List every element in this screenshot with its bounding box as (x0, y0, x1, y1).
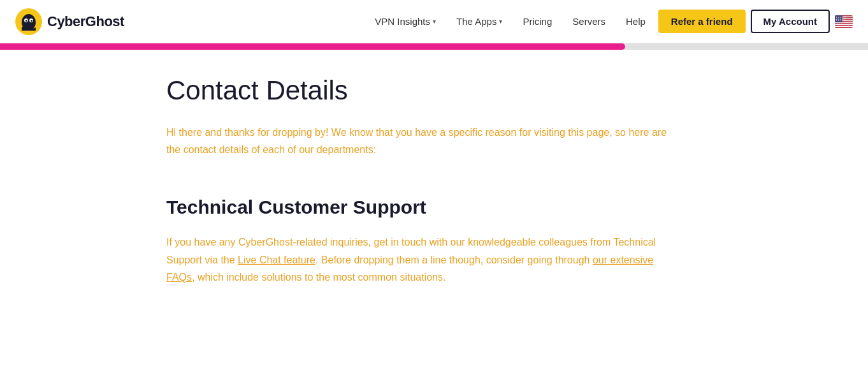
nav-item-vpn-insights[interactable]: VPN Insights ▾ (367, 11, 444, 32)
section-text-tech-support: If you have any CyberGhost-related inqui… (166, 233, 676, 286)
intro-text-highlight: Hi there and thanks for dropping by! We … (166, 127, 667, 155)
section-text-part2: . Before dropping them a line though, co… (315, 255, 593, 265)
chevron-down-icon: ▾ (433, 18, 436, 25)
svg-text:★★★★★★: ★★★★★★ (835, 19, 847, 22)
nav-item-the-apps[interactable]: The Apps ▾ (449, 11, 510, 32)
refer-friend-button[interactable]: Refer a friend (658, 10, 746, 33)
svg-rect-12 (835, 26, 853, 27)
progress-bar-fill (0, 43, 625, 50)
svg-rect-10 (835, 22, 853, 23)
language-flag-icon[interactable]: ★★★★★★ ★★★★★ ★★★★★★ (835, 15, 853, 28)
my-account-button[interactable]: My Account (751, 10, 830, 33)
navigation: VPN Insights ▾ The Apps ▾ Pricing Server… (367, 10, 853, 33)
section-text-part3: , which include solutions to the most co… (192, 272, 445, 283)
progress-bar-strip (0, 43, 868, 50)
nav-item-pricing[interactable]: Pricing (515, 11, 560, 32)
svg-point-4 (25, 20, 27, 22)
logo-icon (15, 8, 42, 35)
section-title-tech-support: Technical Customer Support (166, 196, 702, 218)
nav-item-help[interactable]: Help (618, 11, 653, 32)
svg-rect-11 (835, 24, 853, 25)
page-title: Contact Details (166, 75, 702, 106)
nav-item-servers[interactable]: Servers (565, 11, 613, 32)
main-content: Contact Details Hi there and thanks for … (147, 50, 721, 324)
header: CyberGhost VPN Insights ▾ The Apps ▾ Pri… (0, 0, 868, 43)
intro-paragraph: Hi there and thanks for dropping by! We … (166, 124, 676, 158)
chevron-down-icon: ▾ (499, 18, 502, 25)
logo[interactable]: CyberGhost (15, 8, 124, 35)
live-chat-link[interactable]: Live Chat feature (238, 255, 315, 265)
svg-point-5 (31, 20, 33, 22)
logo-text: CyberGhost (47, 13, 124, 30)
